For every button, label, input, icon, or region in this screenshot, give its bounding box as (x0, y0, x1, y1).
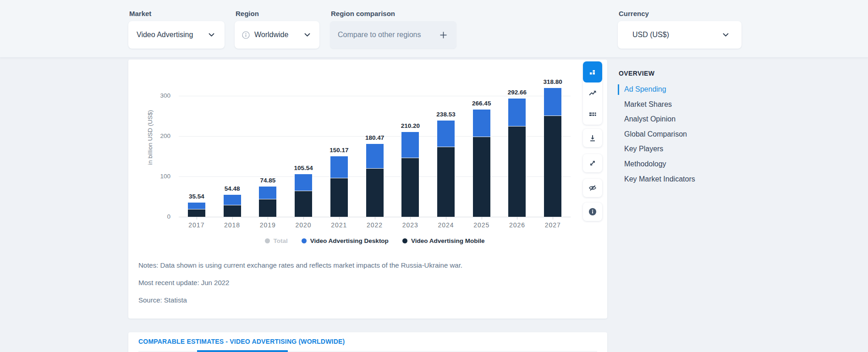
chevron-down-icon (304, 33, 310, 37)
sidebar-item-ad-spending[interactable]: Ad Spending (618, 82, 769, 97)
bar-total-label: 35.54 (189, 193, 204, 200)
bar-stack[interactable] (366, 144, 384, 217)
x-tick-label: 2027 (545, 221, 561, 229)
bar-segment-mobile[interactable] (508, 126, 526, 217)
bar-segment-mobile[interactable] (224, 205, 241, 217)
fullscreen-icon[interactable] (583, 154, 602, 172)
bar-group: 238.532024 (428, 96, 464, 217)
sidebar-item-methodology[interactable]: Methodology (618, 157, 769, 172)
legend-dot-icon (265, 238, 270, 243)
currency-dropdown-value: USD (US$) (632, 31, 669, 39)
line-chart-icon[interactable] (583, 82, 602, 104)
sidebar-item-key-market-indicators[interactable]: Key Market Indicators (618, 172, 769, 187)
x-axis-tick (303, 217, 304, 220)
x-axis-tick (410, 217, 411, 220)
legend-item[interactable]: Video Advertising Mobile (402, 237, 485, 244)
x-tick-label: 2021 (331, 221, 347, 229)
bar-stack[interactable] (259, 187, 276, 217)
bar-group: 35.542017 (179, 96, 214, 217)
bar-group: 210.202023 (392, 96, 428, 217)
sidebar-item-key-players[interactable]: Key Players (618, 142, 769, 157)
bar-segment-mobile[interactable] (330, 178, 348, 217)
bar-segment-desktop[interactable] (188, 203, 205, 209)
bar-total-label: 210.20 (401, 122, 420, 129)
legend-item[interactable]: Total (265, 237, 288, 244)
bar-group: 318.802027 (535, 96, 571, 217)
bar-segment-desktop[interactable] (259, 187, 276, 199)
x-tick-label: 2019 (260, 221, 276, 229)
bar-segment-desktop[interactable] (473, 110, 490, 138)
sidebar-item-analyst-opinion[interactable]: Analyst Opinion (618, 112, 769, 127)
bar-segment-mobile[interactable] (366, 169, 384, 217)
bar-segment-mobile[interactable] (437, 147, 455, 217)
bar-segment-mobile[interactable] (544, 116, 561, 217)
region-comparison-label: Region comparison (331, 10, 456, 18)
x-tick-label: 2025 (473, 221, 489, 229)
y-tick-label: 100 (147, 172, 170, 181)
market-dropdown-value: Video Advertising (137, 31, 193, 39)
chart-source: Source: Statista (138, 296, 187, 304)
bar-stack[interactable] (224, 195, 241, 217)
bar-segment-desktop[interactable] (544, 88, 561, 116)
bar-segment-mobile[interactable] (259, 199, 276, 217)
bar-segment-mobile[interactable] (188, 209, 205, 217)
bar-stack[interactable] (437, 121, 455, 217)
region-dropdown[interactable]: Worldwide (235, 21, 319, 49)
table-view-icon[interactable] (583, 104, 602, 125)
bar-total-label: 180.47 (365, 134, 384, 141)
sidebar-item-global-comparison[interactable]: Global Comparison (618, 127, 769, 142)
bar-segment-desktop[interactable] (401, 132, 419, 158)
bar-segment-desktop[interactable] (224, 195, 241, 205)
stacked-bar-chart-icon[interactable] (583, 61, 602, 82)
legend-item[interactable]: Video Advertising Desktop (302, 237, 389, 244)
chart-notes: Notes: Data shown is using current excha… (138, 261, 462, 269)
y-tick-label: 200 (147, 132, 170, 140)
bar-segment-desktop[interactable] (295, 174, 312, 191)
bar-stack[interactable] (188, 203, 205, 217)
y-tick-label: 300 (147, 92, 170, 100)
download-icon[interactable] (583, 129, 602, 147)
bar-segment-mobile[interactable] (473, 137, 490, 217)
compare-regions-button[interactable]: Compare to other regions (330, 21, 456, 49)
region-filter-label: Region (236, 10, 319, 18)
x-tick-label: 2023 (402, 221, 418, 229)
comparable-estimates-card: COMPARABLE ESTIMATES - VIDEO ADVERTISING… (128, 332, 607, 352)
chart-type-toolbar (583, 61, 602, 125)
bar-total-label: 238.53 (436, 111, 455, 118)
bar-stack[interactable] (330, 156, 348, 217)
x-axis-tick (375, 217, 375, 220)
bar-stack[interactable] (544, 88, 561, 217)
info-circle-icon[interactable] (583, 203, 602, 221)
sidenav-heading: OVERVIEW (619, 70, 769, 77)
x-axis-tick (482, 217, 482, 220)
bar-group: 180.472022 (357, 96, 393, 217)
currency-dropdown[interactable]: USD (US$) (618, 21, 742, 49)
x-tick-label: 2017 (188, 221, 204, 229)
x-axis-tick (446, 217, 446, 220)
bar-group: 292.662026 (500, 96, 535, 217)
hide-data-eye-off-icon[interactable] (583, 179, 602, 197)
currency-filter-label: Currency (619, 10, 742, 18)
bar-segment-desktop[interactable] (366, 144, 384, 168)
bar-stack[interactable] (473, 110, 490, 217)
bar-total-label: 54.48 (225, 185, 240, 192)
info-icon[interactable] (242, 31, 250, 39)
x-tick-label: 2022 (367, 221, 383, 229)
bar-stack[interactable] (295, 174, 312, 217)
bar-segment-desktop[interactable] (437, 121, 455, 147)
bar-stack[interactable] (508, 99, 526, 217)
x-axis-tick (268, 217, 268, 220)
market-dropdown[interactable]: Video Advertising (128, 21, 225, 49)
bar-segment-desktop[interactable] (508, 99, 526, 126)
bar-total-label: 150.17 (330, 147, 348, 154)
bar-stack[interactable] (401, 132, 419, 217)
bar-segment-mobile[interactable] (401, 158, 419, 217)
bar-segment-desktop[interactable] (330, 156, 348, 178)
bar-segment-mobile[interactable] (295, 191, 312, 217)
legend-dot-icon (302, 238, 307, 243)
market-filter-label: Market (129, 10, 225, 18)
sidebar-item-market-shares[interactable]: Market Shares (618, 97, 769, 112)
bar-group: 266.452025 (464, 96, 500, 217)
region-filter-group: Region Worldwide (235, 10, 319, 49)
active-tab-indicator (197, 350, 288, 352)
